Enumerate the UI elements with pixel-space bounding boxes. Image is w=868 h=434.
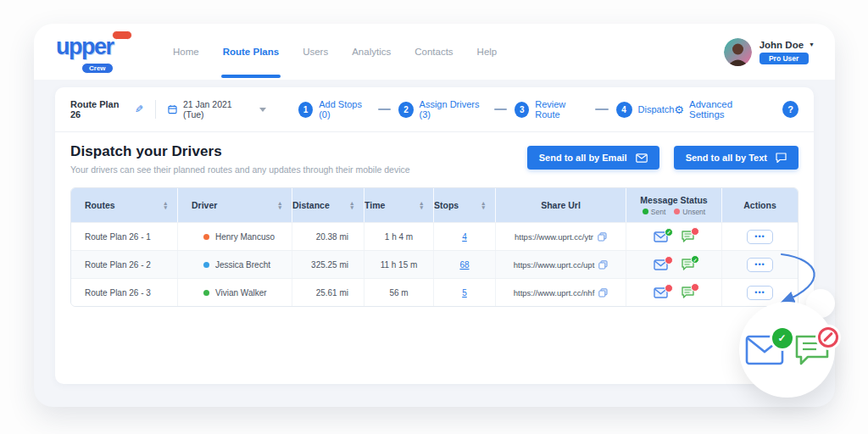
routes-table: Routes ▴▾ Driver ▴▾ Distance ▴▾ Time ▴▾ … bbox=[70, 187, 798, 307]
email-status-icon[interactable] bbox=[654, 259, 668, 270]
share-url[interactable]: https://www.uprt.cc/nhf bbox=[514, 288, 595, 298]
help-button[interactable]: ? bbox=[782, 101, 798, 118]
email-status-icon[interactable] bbox=[654, 287, 668, 298]
share-url[interactable]: https://www.uprt.cc/upt bbox=[514, 260, 595, 270]
avatar[interactable] bbox=[724, 38, 752, 66]
chevron-down-icon bbox=[259, 108, 266, 112]
driver-status-dot bbox=[203, 262, 209, 268]
stops-link[interactable]: 5 bbox=[462, 288, 467, 298]
stops-cell: 68 bbox=[433, 251, 495, 278]
advanced-settings-label: Advanced Settings bbox=[689, 99, 764, 120]
row-actions-button[interactable]: ••• bbox=[747, 258, 772, 272]
sort-icon[interactable]: ▴▾ bbox=[420, 201, 423, 209]
header-share-url: Share Url bbox=[495, 188, 626, 222]
stepper: 1 Add Stops (0) 2 Assign Drivers (3) 3 R… bbox=[298, 99, 674, 120]
stops-link[interactable]: 68 bbox=[459, 260, 469, 270]
distance-cell: 20.38 mi bbox=[292, 223, 364, 250]
share-url-cell: https://www.uprt.cc/upt bbox=[495, 251, 626, 278]
sort-icon[interactable]: ▴▾ bbox=[350, 201, 353, 209]
send-all-text-button[interactable]: Send to all by Text bbox=[674, 146, 798, 170]
page-subtitle: Your drivers can see their planned route… bbox=[70, 164, 410, 175]
pro-user-badge[interactable]: Pro User bbox=[760, 53, 809, 64]
distance-cell: 25.61 mi bbox=[292, 279, 364, 306]
stops-link[interactable]: 4 bbox=[462, 232, 467, 242]
user-menu: John Doe ▼ Pro User bbox=[724, 38, 815, 66]
share-url[interactable]: https://www.uprt.cc/ytr bbox=[515, 232, 593, 242]
email-status-icon[interactable] bbox=[654, 231, 668, 242]
text-status-icon[interactable] bbox=[682, 287, 694, 298]
user-name: John Doe bbox=[760, 40, 804, 50]
dispatch-header: Dispatch your Drivers Your drivers can s… bbox=[55, 132, 814, 184]
nav-item-contacts[interactable]: Contacts bbox=[415, 47, 453, 57]
share-url-cell: https://www.uprt.cc/nhf bbox=[495, 279, 626, 306]
sent-dot-icon bbox=[643, 209, 648, 214]
nav-item-route-plans[interactable]: Route Plans bbox=[223, 47, 279, 57]
advanced-settings-button[interactable]: ⚙ Advanced Settings bbox=[674, 99, 764, 120]
route-cell: Route Plan 26 - 3 bbox=[71, 279, 177, 306]
calendar-icon bbox=[168, 104, 177, 114]
text-unsent-zoom-icon bbox=[794, 334, 830, 366]
logo-crew-label: Crew bbox=[81, 63, 114, 74]
send-all-text-label: Send to all by Text bbox=[686, 153, 767, 163]
header-label: Routes bbox=[85, 200, 115, 210]
sort-icon[interactable]: ▴▾ bbox=[278, 201, 281, 209]
nav-item-users[interactable]: Users bbox=[303, 47, 328, 57]
logo-wordmark: upper bbox=[56, 34, 114, 60]
content-card: Route Plan 26 ✎ 21 Jan 2021 (Tue) 1 Add … bbox=[55, 87, 814, 384]
nav-item-help[interactable]: Help bbox=[477, 47, 498, 57]
header-message-status: Message Status Sent Unsent bbox=[626, 188, 721, 222]
copy-icon[interactable] bbox=[598, 288, 608, 298]
step-dispatch[interactable]: 4 Dispatch bbox=[616, 102, 675, 118]
send-all-email-button[interactable]: Send to all by Email bbox=[527, 146, 659, 170]
email-status-badge bbox=[665, 228, 673, 236]
blocked-badge-icon bbox=[818, 327, 838, 348]
time-cell: 1 h 4 m bbox=[364, 223, 433, 250]
email-status-badge bbox=[665, 256, 673, 264]
header-label: Driver bbox=[192, 200, 217, 210]
driver-status-dot bbox=[203, 234, 209, 240]
header-stops: Stops ▴▾ bbox=[433, 188, 495, 222]
unsent-dot-icon bbox=[674, 209, 680, 214]
date-picker[interactable]: 21 Jan 2021 (Tue) bbox=[168, 99, 266, 120]
text-status-icon[interactable] bbox=[682, 259, 694, 270]
plan-date: 21 Jan 2021 (Tue) bbox=[183, 99, 249, 120]
table-header-row: Routes ▴▾ Driver ▴▾ Distance ▴▾ Time ▴▾ … bbox=[71, 188, 798, 222]
table-row: Route Plan 26 - 1 Henry Mancuso 20.38 mi… bbox=[71, 222, 798, 250]
user-dropdown[interactable]: John Doe ▼ bbox=[760, 40, 815, 50]
step-add-stops[interactable]: 1 Add Stops (0) bbox=[298, 99, 370, 120]
divider bbox=[155, 100, 156, 119]
step-review-route[interactable]: 3 Review Route bbox=[515, 99, 587, 120]
main-nav: Home Route Plans Users Analytics Contact… bbox=[173, 47, 497, 57]
header-label: Message Status bbox=[640, 195, 707, 205]
gear-icon: ⚙ bbox=[674, 104, 684, 115]
sort-icon[interactable]: ▴▾ bbox=[481, 201, 485, 209]
row-actions-button[interactable]: ••• bbox=[747, 286, 772, 300]
route-cell: Route Plan 26 - 1 bbox=[71, 223, 177, 250]
copy-icon[interactable] bbox=[598, 232, 607, 242]
driver-cell: Jessica Brecht bbox=[177, 251, 292, 278]
step-number: 1 bbox=[298, 102, 313, 118]
row-actions-button[interactable]: ••• bbox=[747, 230, 772, 244]
stops-cell: 4 bbox=[433, 223, 495, 250]
route-plan-bar: Route Plan 26 ✎ 21 Jan 2021 (Tue) 1 Add … bbox=[55, 87, 814, 132]
header-label: Distance bbox=[292, 200, 330, 210]
edit-icon[interactable]: ✎ bbox=[135, 103, 143, 115]
header-label: Time bbox=[364, 200, 385, 210]
sort-icon[interactable]: ▴▾ bbox=[164, 201, 167, 209]
sent-label: Sent bbox=[651, 208, 666, 216]
upper-crew-logo[interactable]: upper Crew bbox=[54, 32, 136, 71]
step-number: 2 bbox=[398, 102, 413, 118]
text-status-icon[interactable] bbox=[682, 231, 694, 242]
header-label: Actions bbox=[743, 200, 776, 210]
nav-item-analytics[interactable]: Analytics bbox=[352, 47, 391, 57]
header-distance: Distance ▴▾ bbox=[292, 188, 364, 222]
step-connector bbox=[494, 108, 507, 110]
text-status-badge bbox=[691, 255, 699, 264]
nav-item-home[interactable]: Home bbox=[173, 47, 199, 57]
driver-status-dot bbox=[203, 290, 209, 296]
step-assign-drivers[interactable]: 2 Assign Drivers (3) bbox=[398, 99, 486, 120]
copy-icon[interactable] bbox=[598, 260, 608, 270]
actions-cell: ••• bbox=[721, 251, 798, 278]
driver-cell: Henry Mancuso bbox=[177, 223, 292, 250]
step-connector bbox=[595, 108, 608, 110]
